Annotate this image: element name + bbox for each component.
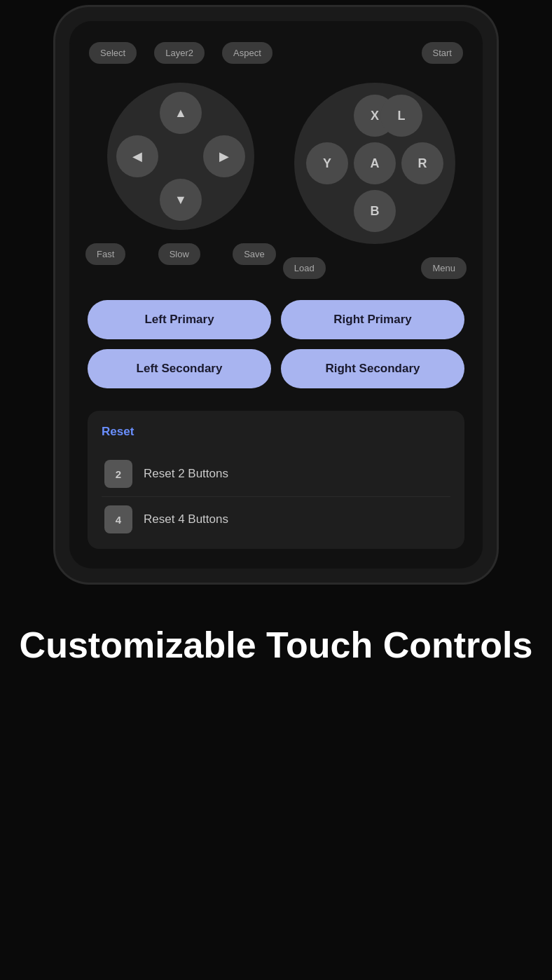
- right-primary-button[interactable]: Right Primary: [281, 300, 464, 339]
- face-l-button[interactable]: L: [380, 95, 422, 137]
- layer2-button[interactable]: Layer2: [154, 42, 205, 64]
- face-r-button[interactable]: R: [401, 142, 443, 184]
- left-secondary-button[interactable]: Left Secondary: [88, 349, 271, 388]
- reset-2-item[interactable]: 2 Reset 2 Buttons: [102, 451, 450, 497]
- reset-2-icon: 2: [104, 460, 132, 488]
- phone-inner: Select Layer2 Aspect ▲ ▼ ◀ ▶ Fast Slow S…: [69, 21, 483, 569]
- assignment-row-secondary: Left Secondary Right Secondary: [88, 349, 464, 388]
- start-button[interactable]: Start: [422, 42, 463, 64]
- tagline-section: Customizable Touch Controls: [6, 583, 547, 695]
- menu-button[interactable]: Menu: [421, 257, 467, 279]
- bottom-buttons-right: Load Menu: [280, 257, 470, 279]
- load-button[interactable]: Load: [283, 257, 326, 279]
- assignment-section: Left Primary Right Primary Left Secondar…: [82, 293, 470, 405]
- select-button[interactable]: Select: [89, 42, 137, 64]
- reset-2-label: Reset 2 Buttons: [144, 467, 228, 481]
- tagline-text: Customizable Touch Controls: [20, 625, 533, 667]
- bottom-buttons-left: Fast Slow Save: [82, 243, 280, 265]
- right-secondary-button[interactable]: Right Secondary: [281, 349, 464, 388]
- dpad-right-button[interactable]: ▶: [203, 135, 245, 177]
- dpad-left-button[interactable]: ◀: [116, 135, 158, 177]
- assignment-row-primary: Left Primary Right Primary: [88, 300, 464, 339]
- controller-area: Select Layer2 Aspect ▲ ▼ ◀ ▶ Fast Slow S…: [82, 35, 470, 293]
- face-a-button[interactable]: A: [354, 142, 396, 184]
- reset-title: Reset: [102, 425, 450, 439]
- left-side: Select Layer2 Aspect ▲ ▼ ◀ ▶ Fast Slow S…: [82, 42, 280, 265]
- reset-4-icon: 4: [104, 505, 132, 533]
- dpad-down-button[interactable]: ▼: [160, 179, 202, 221]
- face-b-button[interactable]: B: [354, 190, 396, 232]
- left-primary-button[interactable]: Left Primary: [88, 300, 271, 339]
- slow-button[interactable]: Slow: [158, 243, 200, 265]
- dpad-container: ▲ ▼ ◀ ▶: [104, 79, 258, 233]
- reset-4-item[interactable]: 4 Reset 4 Buttons: [102, 497, 450, 542]
- save-button[interactable]: Save: [233, 243, 276, 265]
- face-y-button[interactable]: Y: [306, 142, 348, 184]
- face-buttons-container: X L Y A R B: [291, 79, 459, 247]
- phone-frame: Select Layer2 Aspect ▲ ▼ ◀ ▶ Fast Slow S…: [55, 7, 497, 583]
- reset-section: Reset 2 Reset 2 Buttons 4 Reset 4 Button…: [88, 411, 464, 549]
- aspect-button[interactable]: Aspect: [222, 42, 272, 64]
- top-buttons-left: Select Layer2 Aspect: [82, 42, 280, 64]
- right-side: Start X L Y A R B Load Menu: [280, 42, 470, 279]
- start-btn-wrapper: Start: [280, 42, 470, 64]
- dpad-up-button[interactable]: ▲: [160, 92, 202, 134]
- reset-4-label: Reset 4 Buttons: [144, 512, 228, 526]
- fast-button[interactable]: Fast: [85, 243, 125, 265]
